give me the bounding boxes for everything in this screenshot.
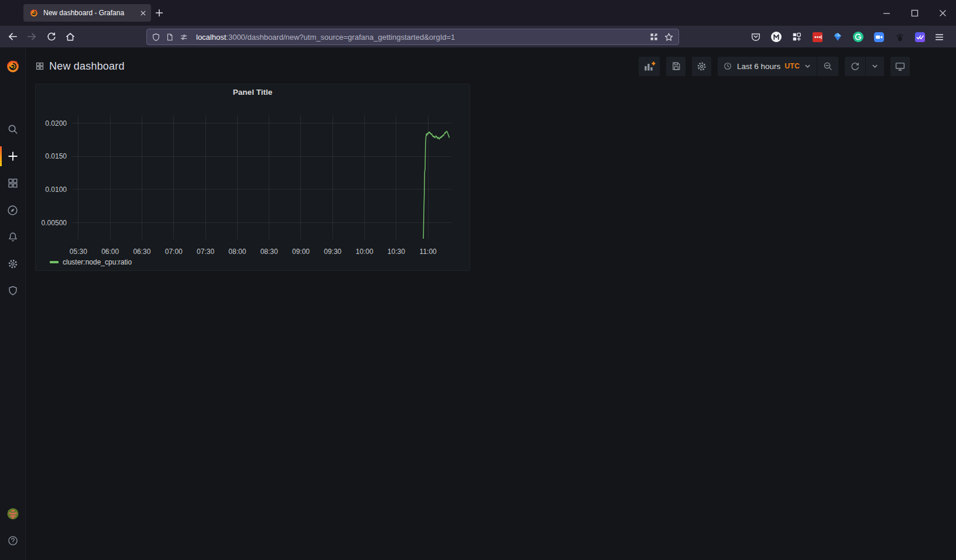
window-controls [881,0,948,26]
extensions-grid-plus-icon[interactable] [791,31,803,43]
grafana-sidebar [0,48,26,560]
gnome-foot-icon[interactable] [893,31,905,43]
svg-text:05:30: 05:30 [70,248,87,256]
profile-m-badge-icon[interactable] [770,31,782,43]
browser-tab[interactable]: New dashboard - Grafana [23,4,151,22]
legend-label[interactable]: cluster:node_cpu:ratio [63,258,132,266]
grammarly-icon[interactable] [852,31,864,43]
browser-tab-bar: New dashboard - Grafana [0,0,956,26]
svg-text:09:00: 09:00 [292,248,310,256]
tab-close-icon[interactable] [140,10,146,16]
svg-text:08:00: 08:00 [228,248,246,256]
timezone-label: UTC [784,62,800,70]
grafana-app: New dashboard Last 6 hours [0,48,956,560]
refresh-button[interactable] [845,57,865,76]
refresh-interval-dropdown[interactable] [865,57,884,76]
grafana-main: New dashboard Last 6 hours [26,48,956,560]
legend-swatch [50,261,59,263]
tab-title: New dashboard - Grafana [43,9,135,17]
window-minimize-button[interactable] [881,8,892,18]
svg-text:06:00: 06:00 [101,248,119,256]
svg-text:09:30: 09:30 [324,248,341,256]
url-bar[interactable]: localhost:3000/dashboard/new?utm_source=… [146,29,679,45]
panel-legend[interactable]: cluster:node_cpu:ratio [50,258,132,266]
dashboard-header: New dashboard Last 6 hours [26,48,956,76]
dashboard-panel[interactable]: Panel Title 0.005000.01000.01500.020005:… [35,84,470,271]
svg-text:0.00500: 0.00500 [42,219,67,227]
home-button[interactable] [61,28,79,46]
pocket-icon[interactable] [750,31,762,43]
permission-sliders-icon[interactable] [179,33,189,42]
svg-text:07:00: 07:00 [165,248,183,256]
extension-toolbar [750,26,926,48]
url-path: :3000/dashboard/new?utm_source=grafana_g… [226,33,455,42]
reload-button[interactable] [42,28,60,46]
svg-text:0.0150: 0.0150 [45,152,67,160]
svg-text:08:30: 08:30 [261,248,278,256]
sidebar-item-explore-compass[interactable] [0,197,26,224]
app-menu-icon[interactable] [930,28,948,46]
window-close-button[interactable] [937,8,948,18]
time-controls-group: Last 6 hours UTC [718,57,838,76]
save-dashboard-button[interactable] [666,57,686,76]
sidebar-item-configuration-gear[interactable] [0,250,26,277]
svg-text:0.0100: 0.0100 [45,185,67,194]
cycle-view-mode-button[interactable] [890,57,910,76]
grafana-logo-icon[interactable] [0,50,26,82]
add-panel-button[interactable] [639,57,660,76]
sidebar-item-search[interactable] [0,116,26,143]
forward-button[interactable] [23,28,40,46]
lastpass-icon[interactable] [811,31,823,43]
sidebar-item-dashboards[interactable] [0,170,26,197]
sidebar-item-help[interactable] [0,527,26,554]
zoom-out-button[interactable] [817,57,838,76]
refresh-group [845,57,884,76]
page-info-icon[interactable] [166,33,174,42]
dashboard-grid-icon [35,61,44,71]
sidebar-item-user-avatar[interactable] [0,500,26,527]
tracking-protection-shield-icon[interactable] [152,33,160,42]
new-tab-button[interactable] [151,5,167,21]
zoom-camera-icon[interactable] [873,31,885,43]
svg-text:10:30: 10:30 [388,248,405,256]
svg-text:06:30: 06:30 [133,248,150,256]
back-button[interactable] [4,28,21,46]
window-maximize-button[interactable] [909,8,920,18]
clock-icon [723,61,732,71]
address-text[interactable]: localhost:3000/dashboard/new?utm_source=… [196,33,644,42]
gem-icon[interactable] [832,31,844,43]
screenshot-grid-icon[interactable] [649,32,659,42]
panel-chart[interactable]: 0.005000.01000.01500.020005:3006:0006:30… [36,101,470,257]
sidebar-item-server-admin-shield[interactable] [0,277,26,304]
sidebar-item-alerting-bell[interactable] [0,224,26,250]
dashboard-settings-button[interactable] [692,57,711,76]
browser-nav-toolbar: localhost:3000/dashboard/new?utm_source=… [0,26,956,48]
time-range-label: Last 6 hours [737,62,780,71]
page-title: New dashboard [49,60,125,73]
double-check-icon[interactable] [914,31,926,43]
svg-text:0.0200: 0.0200 [45,119,67,128]
svg-text:11:00: 11:00 [420,248,437,256]
panel-title[interactable]: Panel Title [36,84,470,99]
sidebar-item-create[interactable] [0,143,26,170]
svg-text:07:30: 07:30 [197,248,214,256]
chevron-down-icon [804,63,811,70]
grafana-favicon-icon [29,8,39,18]
dashboard-toolbar: Last 6 hours UTC [639,57,910,76]
bookmark-star-icon[interactable] [664,32,674,42]
time-range-picker[interactable]: Last 6 hours UTC [718,57,817,76]
svg-text:10:00: 10:00 [356,248,374,256]
url-host: localhost [196,33,226,42]
